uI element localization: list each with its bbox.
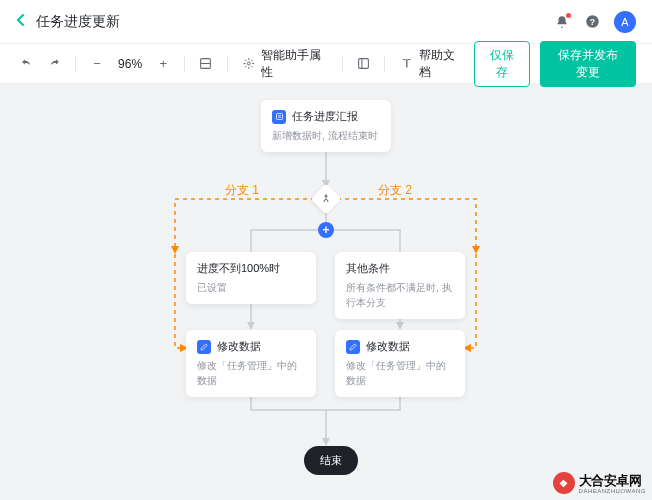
action1-node[interactable]: 修改数据 修改「任务管理」中的数据 bbox=[186, 330, 316, 397]
svg-marker-12 bbox=[322, 438, 330, 446]
help-doc-label: 帮助文档 bbox=[419, 47, 462, 81]
watermark: ❖ 大合安卓网 DAHEANZHUOWANG bbox=[553, 472, 646, 494]
condition2-node[interactable]: 其他条件 所有条件都不满足时, 执行本分支 bbox=[335, 252, 465, 319]
action2-node[interactable]: 修改数据 修改「任务管理」中的数据 bbox=[335, 330, 465, 397]
start-node[interactable]: 任务进度汇报 新增数据时, 流程结束时 bbox=[261, 100, 391, 152]
action2-title: 修改数据 bbox=[366, 339, 410, 354]
svg-rect-5 bbox=[358, 59, 368, 69]
svg-marker-11 bbox=[396, 322, 404, 330]
toolbar: − 96% + 智能助手属性 帮助文档 仅保存 保存并发布变更 bbox=[0, 44, 652, 84]
layout-icon[interactable] bbox=[353, 52, 375, 76]
condition2-title: 其他条件 bbox=[346, 261, 390, 276]
svg-marker-9 bbox=[472, 246, 480, 254]
edit-icon bbox=[197, 340, 211, 354]
end-node[interactable]: 结束 bbox=[304, 446, 358, 475]
watermark-sub: DAHEANZHUOWANG bbox=[579, 488, 646, 494]
notification-icon[interactable] bbox=[554, 14, 570, 30]
form-icon bbox=[272, 110, 286, 124]
start-node-sub: 新增数据时, 流程结束时 bbox=[272, 128, 380, 143]
add-node-button[interactable]: + bbox=[318, 222, 334, 238]
flow-canvas[interactable]: 任务进度汇报 新增数据时, 流程结束时 分支 1 分支 2 + 进度不到100%… bbox=[0, 84, 652, 500]
condition2-sub: 所有条件都不满足时, 执行本分支 bbox=[346, 280, 454, 310]
help-doc-button[interactable]: 帮助文档 bbox=[395, 52, 467, 76]
condition1-node[interactable]: 进度不到100%时 已设置 bbox=[186, 252, 316, 304]
branch2-label: 分支 2 bbox=[378, 182, 412, 199]
svg-marker-8 bbox=[171, 246, 179, 254]
branch1-label: 分支 1 bbox=[225, 182, 259, 199]
action1-title: 修改数据 bbox=[217, 339, 261, 354]
page-title: 任务进度更新 bbox=[36, 13, 554, 31]
branch-icon bbox=[321, 193, 332, 206]
zoom-value: 96% bbox=[114, 57, 146, 71]
watermark-logo-icon: ❖ bbox=[553, 472, 575, 494]
redo-button[interactable] bbox=[44, 52, 66, 76]
grid-icon[interactable] bbox=[195, 52, 217, 76]
avatar[interactable]: A bbox=[614, 11, 636, 33]
svg-point-4 bbox=[248, 62, 251, 65]
undo-button[interactable] bbox=[16, 52, 38, 76]
start-node-title: 任务进度汇报 bbox=[292, 109, 358, 124]
publish-button[interactable]: 保存并发布变更 bbox=[540, 41, 636, 87]
header: 任务进度更新 ? A bbox=[0, 0, 652, 44]
save-button[interactable]: 仅保存 bbox=[474, 41, 531, 87]
svg-text:?: ? bbox=[589, 17, 594, 27]
action1-sub: 修改「任务管理」中的数据 bbox=[197, 358, 305, 388]
svg-rect-15 bbox=[276, 114, 282, 120]
condition1-title: 进度不到100%时 bbox=[197, 261, 280, 276]
condition1-sub: 已设置 bbox=[197, 280, 305, 295]
assistant-button[interactable]: 智能助手属性 bbox=[237, 52, 331, 76]
action2-sub: 修改「任务管理」中的数据 bbox=[346, 358, 454, 388]
svg-marker-10 bbox=[247, 322, 255, 330]
edit-icon bbox=[346, 340, 360, 354]
gateway-node[interactable] bbox=[310, 183, 341, 214]
zoom-in-button[interactable]: + bbox=[152, 52, 174, 76]
assistant-label: 智能助手属性 bbox=[261, 47, 325, 81]
help-icon[interactable]: ? bbox=[584, 14, 600, 30]
zoom-out-button[interactable]: − bbox=[86, 52, 108, 76]
back-button[interactable] bbox=[16, 13, 36, 30]
